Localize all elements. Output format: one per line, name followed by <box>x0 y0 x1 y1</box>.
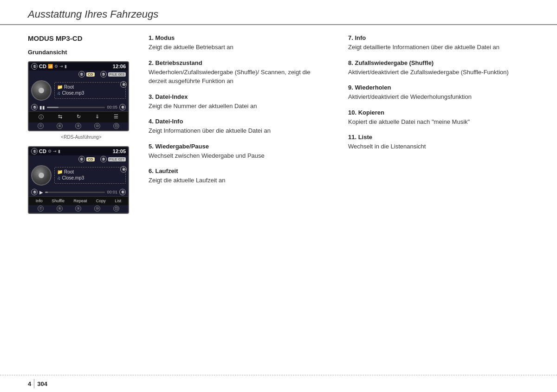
circle-5-s2: ⑤ <box>31 189 38 195</box>
desc-text-1: Zeigt die aktuelle Betriebsart an <box>149 43 330 52</box>
screen2-bottom-nums: ⑦ ⑧ ⑨ ⑩ ⑪ <box>29 205 128 213</box>
screen2-btn-info-label: Info <box>36 199 43 203</box>
screen1-cd-label: CD <box>39 64 46 69</box>
folder-icon-s2: 📁 <box>57 169 63 174</box>
footer-page-number: 4 304 <box>28 379 47 388</box>
desc-item-r-8: 8. Zufallswiedergabe (Shuffle)Aktiviert/… <box>348 59 529 77</box>
screen1-file-row: ♫ Close.mp3 <box>57 90 123 96</box>
screen1-fileinfo-wrap: ④ 📁 Root ♫ Close.mp3 <box>54 82 126 99</box>
screen2-btn-copy[interactable]: Copy <box>96 199 106 203</box>
screen2-settings-icon: ⚙ <box>48 149 52 154</box>
screen1-btn-info: ⓘ <box>39 114 44 121</box>
music-icon-s1: ♫ <box>57 90 61 96</box>
screen1-cd-badge: CD <box>86 72 95 77</box>
screen1-progress-fill <box>47 107 58 108</box>
circle-6-s2: ⑥ <box>119 189 126 195</box>
circle-7-s2: ⑦ <box>38 206 44 212</box>
screen2-folder-row: 📁 Root <box>57 169 123 174</box>
screen2-btn-copy-label: Copy <box>96 199 106 203</box>
left-column: MODUS MP3-CD Grundansicht ① CD 📶 ⚙ ⇥ ▮ 1… <box>28 34 139 218</box>
screen2-btn-repeat[interactable]: Repeat <box>73 199 87 203</box>
cd-screen-2: ① CD ⚙ ⇥ ▮ 12:05 ② CD ③ FILE 027 <box>28 146 129 214</box>
cd-screen-1: ① CD 📶 ⚙ ⇥ ▮ 12:06 ② CD ③ FILE 003 <box>28 61 129 131</box>
page-header: Ausstattung Ihres Fahrzeugs <box>0 0 557 25</box>
screen1-time: 12:06 <box>113 64 126 69</box>
screen2-progress-bar <box>45 192 105 193</box>
screen2-btn-info[interactable]: Info <box>36 199 43 203</box>
screen2-filename: Close.mp3 <box>62 175 84 180</box>
screen2-folder: Root <box>64 169 74 174</box>
screen1-filename: Close.mp3 <box>62 90 84 96</box>
screen2-elapsed: 00:01 <box>107 190 117 194</box>
screen2-cd-label: CD <box>39 148 46 154</box>
folder-icon-s1: 📁 <box>57 84 63 90</box>
circle-4-s1: ④ <box>120 81 127 88</box>
circle-3-s2: ③ <box>100 156 107 162</box>
screen2-file-info: 📁 Root ♫ Close.mp3 <box>54 167 126 184</box>
subsection-title: Grundansicht <box>28 49 135 56</box>
screen1-row2: ② CD ③ FILE 003 <box>29 71 128 78</box>
screen2-topleft: ① CD ⚙ ⇥ ▮ <box>31 148 60 154</box>
screen2-progress: ⑤ ▶ 00:01 ⑥ <box>29 188 128 196</box>
circle-8-s1: ⑧ <box>57 123 63 129</box>
desc-item-5: 5. Wiedergabe/PauseWechselt zwischen Wie… <box>149 143 330 161</box>
desc-title-1: 1. Modus <box>149 34 330 41</box>
screen1-folder: Root <box>64 84 74 90</box>
circle-6-s1: ⑥ <box>119 104 126 110</box>
footer-sub: 304 <box>37 380 47 387</box>
screen1-progress: ⑤ ▮▮ 00:05 ⑥ <box>29 103 128 111</box>
desc-text-r-8: Aktiviert/deaktiviert die Zufallswiederg… <box>348 68 529 77</box>
screen1-wrapper: ① CD 📶 ⚙ ⇥ ▮ 12:06 ② CD ③ FILE 003 <box>28 61 129 133</box>
desc-item-r-9: 9. WiederholenAktiviert/deaktiviert die … <box>348 84 529 102</box>
desc-title-2: 2. Betriebszustand <box>149 59 330 66</box>
desc-title-r-10: 10. Kopieren <box>348 109 529 116</box>
circle-1-s1: ① <box>31 63 38 70</box>
screen1-btn-copy: ⇓ <box>95 114 99 121</box>
screen2-time: 12:05 <box>113 148 126 154</box>
circle-2-s1: ② <box>78 71 85 77</box>
desc-text-r-7: Zeigt detaillierte Informationen über di… <box>348 43 529 52</box>
circle-3-s1: ③ <box>100 71 107 77</box>
screen2-cd-badge: CD <box>86 157 95 161</box>
desc-text-2: Wiederholen/Zufallswiedergabe (Shuffle)/… <box>149 68 330 86</box>
desc-item-r-11: 11. ListeWechselt in die Listenansicht <box>348 134 529 151</box>
circle-9-s2: ⑨ <box>75 206 81 212</box>
screen1-bottom-nums: ⑦ ⑧ ⑨ ⑩ ⑪ <box>29 122 128 130</box>
circle-9-s1: ⑨ <box>75 123 81 129</box>
section-title: MODUS MP3-CD <box>28 34 135 42</box>
screen2-progress-fill <box>45 192 48 193</box>
screen1-battery-icon: ▮ <box>65 64 67 69</box>
screen1-file-badge: FILE 003 <box>108 72 126 77</box>
screen2-btn-shuffle-label: Shuffle <box>52 199 65 203</box>
screen2-btn-shuffle[interactable]: Shuffle <box>52 199 65 203</box>
circle-4-s2: ④ <box>120 166 127 173</box>
screen2-play-icon: ▶ <box>39 190 43 195</box>
screen2-buttons: Info Shuffle Repeat Copy List <box>29 196 128 205</box>
screen1-progress-bar <box>47 107 105 108</box>
circle-11-s1: ⑪ <box>113 123 119 129</box>
screen1-topleft: ① CD 📶 ⚙ ⇥ ▮ <box>31 63 67 70</box>
desc-text-r-9: Aktiviert/deaktiviert die Wiederholungsf… <box>348 92 529 102</box>
circle-10-s2: ⑩ <box>94 206 100 212</box>
circle-7-s1: ⑦ <box>38 123 44 129</box>
main-content: MODUS MP3-CD Grundansicht ① CD 📶 ⚙ ⇥ ▮ 1… <box>0 25 557 218</box>
circle-10-s1: ⑩ <box>94 123 100 129</box>
desc-item-6: 6. LaufzeitZeigt die aktuelle Laufzeit a… <box>149 167 330 185</box>
descriptions-mid: 1. ModusZeigt die aktuelle Betriebsart a… <box>149 34 330 185</box>
right-column: 7. InfoZeigt detaillierte Informationen … <box>339 34 529 218</box>
screen1-main: ④ 📁 Root ♫ Close.mp3 <box>29 78 128 103</box>
page-header-title: Ausstattung Ihres Fahrzeugs <box>28 8 158 20</box>
screen1-bt-icon: 📶 <box>48 64 53 69</box>
screen2-main: ④ 📁 Root ♫ Close.mp3 <box>29 163 128 188</box>
descriptions-right: 7. InfoZeigt detaillierte Informationen … <box>348 34 529 151</box>
screen2-fileinfo-wrap: ④ 📁 Root ♫ Close.mp3 <box>54 167 126 184</box>
screen1-arrow-icon: ⇥ <box>59 64 63 69</box>
screen2-wrapper: ① CD ⚙ ⇥ ▮ 12:05 ② CD ③ FILE 027 <box>28 146 129 216</box>
footer-divider <box>34 379 34 388</box>
desc-text-4: Zeigt Informationen über die aktuelle Da… <box>149 126 330 135</box>
screen2-topbar: ① CD ⚙ ⇥ ▮ 12:05 <box>29 147 128 155</box>
screen2-arrow-icon: ⇥ <box>53 149 57 154</box>
page-footer: 4 304 <box>0 375 557 392</box>
desc-item-1: 1. ModusZeigt die aktuelle Betriebsart a… <box>149 34 330 52</box>
screen2-btn-list[interactable]: List <box>115 199 121 203</box>
